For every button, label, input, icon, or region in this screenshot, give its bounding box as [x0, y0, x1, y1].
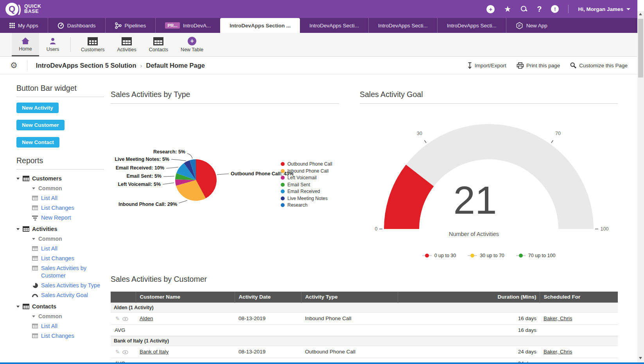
tab-introdevapps-3[interactable]: IntroDevApps Secti...: [368, 18, 437, 33]
view-eye-icon[interactable]: [122, 317, 128, 321]
customer-link[interactable]: Alden: [140, 315, 153, 321]
tab-introdevapps-4[interactable]: IntroDevApps Secti...: [437, 18, 506, 33]
tree-node-contacts[interactable]: Contacts: [16, 303, 104, 310]
tree-node-activities[interactable]: Activities: [16, 225, 104, 233]
tab-pipelines[interactable]: Pipelines: [105, 18, 156, 33]
customize-page-button[interactable]: Customize this Page: [570, 62, 628, 69]
report-link-sales-activities-by-type[interactable]: Sales Activities by Type: [16, 282, 104, 289]
nav-item-home[interactable]: Home: [12, 33, 39, 56]
legend-item: Inbound Phone Call: [281, 168, 332, 174]
quickbase-logo[interactable]: Q ) QUICK BASE: [5, 3, 41, 16]
new-customer-button[interactable]: New Customer: [16, 120, 65, 130]
print-page-button[interactable]: Print this page: [517, 62, 560, 69]
report-link-label[interactable]: Sales Activity Goal: [41, 292, 88, 299]
duration-cell: 16 days: [398, 312, 540, 324]
scheduled-for-link[interactable]: Baker, Chris: [544, 349, 572, 355]
caret-down-icon[interactable]: [16, 228, 20, 230]
nav-item-users[interactable]: Users: [39, 33, 66, 56]
printer-icon: [517, 62, 524, 69]
avg-duration-cell: 16 days: [398, 324, 540, 336]
report-link-label[interactable]: List All: [41, 245, 57, 252]
report-link-label[interactable]: Sales Activities by Type: [41, 282, 100, 289]
tab-new-app[interactable]: New App: [506, 18, 557, 33]
vertical-scrollbar[interactable]: [637, 0, 644, 364]
edit-pencil-icon[interactable]: ✎: [115, 315, 120, 322]
alerts-icon[interactable]: !: [551, 5, 559, 13]
legend-label: 0 up to 30: [434, 253, 456, 258]
tab-dashboards[interactable]: Dashboards: [48, 18, 105, 33]
report-link-label[interactable]: List Changes: [41, 204, 74, 212]
col-scheduled-for[interactable]: Scheduled For: [540, 292, 618, 303]
report-link-label[interactable]: List Changes: [41, 255, 74, 262]
report-link-label[interactable]: Sales Activities by Customer: [41, 265, 104, 279]
nav-item-contacts[interactable]: Contacts: [143, 33, 174, 56]
table-icon: [23, 226, 29, 232]
breadcrumb-app-name[interactable]: IntroDevApps Section 5 Solution: [36, 62, 136, 69]
nav-item-activities[interactable]: Activities: [111, 33, 142, 56]
tree-label: Common: [38, 235, 62, 243]
report-link-list-changes[interactable]: List Changes: [16, 255, 104, 262]
report-link-label[interactable]: List All: [41, 195, 57, 202]
view-eye-icon[interactable]: [122, 350, 128, 354]
report-link-list-all[interactable]: List All: [16, 323, 104, 330]
edit-pencil-icon[interactable]: ✎: [115, 349, 120, 355]
caret-down-icon[interactable]: [32, 315, 35, 317]
legend-item: Email Received: [281, 189, 332, 194]
customer-link[interactable]: Bank of Italy: [140, 349, 169, 355]
caret-down-icon[interactable]: [32, 187, 35, 189]
col-activity-date[interactable]: Activity Date: [235, 292, 301, 303]
report-link-list-changes[interactable]: List Changes: [16, 204, 104, 212]
table-icon: [122, 37, 132, 45]
activity-type-cell: Inbound Phone Call: [301, 312, 398, 324]
legend-dot-icon: [281, 162, 285, 166]
tree-node-customers[interactable]: Customers: [16, 175, 104, 182]
caret-down-icon[interactable]: [16, 178, 20, 180]
tree-node-common[interactable]: Common: [16, 235, 104, 243]
report-link-list-all[interactable]: List All: [16, 195, 104, 202]
gear-icon[interactable]: ⚙: [10, 61, 18, 70]
tab-my-apps[interactable]: My Apps: [0, 18, 48, 33]
gauge-value: 21: [453, 178, 497, 222]
import-export-button[interactable]: Import/Export: [467, 62, 506, 69]
tab-introdevapps-2[interactable]: IntroDevApps Secti...: [300, 18, 368, 33]
report-link-new-report[interactable]: New Report: [16, 214, 104, 222]
tab-introdevapps-badged[interactable]: PR... IntroDevA...: [155, 18, 220, 33]
scrollbar-down-arrow[interactable]: [639, 357, 642, 359]
new-contact-button[interactable]: New Contact: [16, 137, 59, 148]
quickbase-app-window: Q ) QUICK BASE + ★ ? ! Hi, Morgan James …: [0, 0, 644, 364]
col-duration[interactable]: Duration (Mins): [398, 292, 540, 303]
report-link-label[interactable]: List Changes: [41, 332, 74, 340]
report-link-label[interactable]: List All: [41, 323, 57, 330]
add-icon[interactable]: +: [486, 5, 495, 13]
tab-introdevapps-section-active[interactable]: IntroDevApps Section ...: [220, 18, 300, 33]
report-link-sales-activity-goal[interactable]: Sales Activity Goal: [16, 292, 104, 299]
legend-label: 30 up to 70: [480, 253, 504, 258]
help-icon[interactable]: ?: [537, 5, 542, 14]
col-customer-name[interactable]: Customer Name: [136, 292, 235, 303]
new-activity-button[interactable]: New Activity: [16, 103, 59, 113]
scheduled-for-link[interactable]: Baker, Chris: [544, 315, 572, 321]
nav-item-new-table[interactable]: + New Table: [174, 33, 210, 56]
report-link-list-changes[interactable]: List Changes: [16, 332, 104, 340]
pie-slices[interactable]: [175, 159, 217, 201]
sales-activity-goal-gauge[interactable]: 30 70 0 100 21 Number of Activities: [360, 114, 618, 243]
avg-label: AVG: [111, 324, 398, 336]
report-link-sales-activities-by-customer[interactable]: Sales Activities by Customer: [16, 265, 104, 279]
caret-down-icon[interactable]: [32, 238, 35, 240]
user-menu[interactable]: Hi, Morgan James: [578, 6, 630, 12]
tree-node-common[interactable]: Common: [16, 313, 104, 320]
legend-label: Live Meeting Notes: [287, 196, 328, 201]
scrollbar-thumb[interactable]: [638, 19, 643, 77]
nav-item-customers[interactable]: Customers: [75, 33, 111, 56]
scrollbar-up-arrow[interactable]: [639, 13, 642, 15]
tree-node-common[interactable]: Common: [16, 185, 104, 192]
col-activity-type[interactable]: Activity Type: [301, 292, 398, 303]
favorites-star-icon[interactable]: ★: [504, 5, 511, 13]
import-export-icon: [467, 62, 472, 69]
quickbase-logo-paren: ): [18, 3, 21, 15]
caret-down-icon[interactable]: [16, 306, 20, 308]
search-icon[interactable]: [520, 5, 527, 13]
report-link-label[interactable]: New Report: [41, 214, 71, 222]
report-link-list-all[interactable]: List All: [16, 245, 104, 252]
divider: [16, 169, 104, 169]
